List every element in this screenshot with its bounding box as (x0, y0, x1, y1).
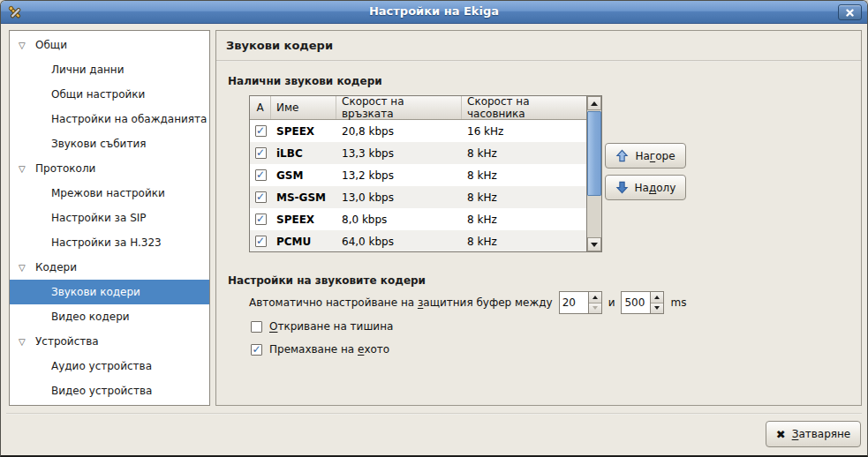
codec-bitrate: 20,8 kbps (336, 120, 462, 142)
up-arrow-icon (615, 149, 629, 162)
spin-up-icon (654, 296, 660, 299)
expander-icon[interactable] (19, 164, 34, 174)
jitter-max-spinbox (621, 291, 664, 314)
sidebar-item-sound-events[interactable]: Звукови събития (10, 131, 209, 156)
main-panel: Звукови кодери Налични звукови кодери А … (215, 30, 862, 406)
settings-tree: Общи Лични данни Общи настройки Настройк… (9, 30, 210, 406)
scrollbar-down-button[interactable] (587, 237, 601, 251)
codec-bitrate: 13,2 kbps (336, 164, 462, 186)
silence-detection-row: Откриване на тишина (251, 319, 393, 333)
scrollbar-up-button[interactable] (587, 96, 601, 110)
codec-bitrate: 13,0 kbps (336, 186, 462, 208)
move-up-button[interactable]: Нагоре (605, 143, 686, 169)
spin-down-icon (593, 306, 598, 310)
jitter-buffer-row: Автоматично настройване на защитния буфе… (249, 290, 686, 315)
jitter-min-down-button[interactable] (589, 303, 601, 314)
codec-name: SPEEX (271, 120, 336, 142)
codec-clock: 8 kHz (462, 142, 586, 164)
jitter-min-up-button[interactable] (589, 292, 601, 303)
codec-enabled-checkbox[interactable] (255, 214, 267, 225)
down-arrow-icon (615, 181, 629, 194)
move-down-button[interactable]: Надолу (605, 175, 686, 200)
codec-clock: 8 kHz (462, 186, 586, 208)
close-icon: ✖ (776, 428, 786, 441)
col-name-header[interactable]: Име (271, 96, 336, 119)
title-separator (216, 60, 861, 62)
sidebar-item-video-devices[interactable]: Видео устройства (10, 378, 209, 403)
spin-up-icon (593, 296, 598, 299)
expander-icon[interactable] (19, 263, 34, 273)
codec-enabled-checkbox[interactable] (255, 169, 267, 181)
available-codecs-heading: Налични звукови кодери (228, 75, 382, 87)
sidebar-item-h323-settings[interactable]: Настройки за H.323 (10, 230, 209, 255)
table-header-row: А Име Скорост на връзката Скорост на час… (250, 96, 586, 120)
audio-settings-heading: Настройки на звуковите кодери (228, 274, 426, 287)
codec-enabled-checkbox[interactable] (255, 147, 267, 159)
echo-cancellation-label: Премахване на ехото (269, 343, 389, 356)
silence-detection-checkbox[interactable] (251, 321, 262, 333)
sidebar-item-general-settings[interactable]: Общи настройки (10, 82, 209, 107)
sidebar-item-audio-devices[interactable]: Аудио устройства (10, 354, 209, 378)
codec-enabled-checkbox[interactable] (255, 236, 267, 247)
table-row[interactable]: SPEEX 20,8 kbps 16 kHz (250, 120, 586, 142)
scrollbar-thumb[interactable] (587, 111, 601, 196)
jitter-max-input[interactable] (622, 292, 650, 313)
footer-separator (6, 413, 862, 415)
codec-name: PCMU (271, 230, 336, 251)
codec-clock: 16 kHz (462, 120, 586, 142)
jitter-max-up-button[interactable] (651, 292, 663, 303)
sidebar-item-general[interactable]: Общи (10, 33, 209, 57)
codec-enabled-checkbox[interactable] (255, 125, 267, 137)
sidebar-item-call-options[interactable]: Настройки на обажданията (10, 107, 209, 131)
codec-name: iLBC (271, 142, 336, 164)
codec-clock: 8 kHz (462, 164, 586, 186)
codec-bitrate: 8,0 kbps (336, 208, 462, 230)
close-x-icon (846, 9, 854, 17)
sidebar-item-protocols[interactable]: Протоколи (10, 156, 209, 181)
move-down-label: Надолу (635, 182, 676, 194)
table-row[interactable]: MS-GSM 13,0 kbps 8 kHz (250, 186, 586, 208)
table-row[interactable]: iLBC 13,3 kbps 8 kHz (250, 142, 586, 164)
silence-detection-label: Откриване на тишина (269, 320, 393, 333)
echo-cancellation-row: Премахване на ехото (251, 342, 389, 356)
sidebar-item-network-settings[interactable]: Мрежови настройки (10, 181, 209, 206)
col-bitrate-header[interactable]: Скорост на връзката (336, 96, 462, 119)
table-row[interactable]: GSM 13,2 kbps 8 kHz (250, 164, 586, 186)
expander-icon[interactable] (19, 41, 34, 50)
codec-enabled-checkbox[interactable] (255, 191, 267, 203)
jitter-max-down-button[interactable] (651, 303, 663, 314)
sidebar-item-codecs[interactable]: Кодери (10, 255, 209, 280)
titlebar[interactable]: Настройки на Ekiga (1, 1, 867, 24)
sidebar-item-audio-codecs[interactable]: Звукови кодери (10, 280, 209, 304)
codec-name: GSM (271, 164, 336, 186)
col-active-header[interactable]: А (250, 96, 271, 119)
up-arrow-icon (591, 101, 598, 106)
sidebar-item-sip-settings[interactable]: Настройки за SIP (10, 206, 209, 230)
down-arrow-icon (591, 243, 598, 247)
expander-icon[interactable] (19, 337, 34, 347)
table-scrollbar[interactable] (586, 96, 601, 251)
col-clock-header[interactable]: Скорост на часовника (462, 96, 586, 119)
move-up-label: Нагоре (635, 150, 675, 162)
codec-clock: 8 kHz (462, 208, 586, 230)
sidebar-item-personal-data[interactable]: Лични данни (10, 57, 209, 82)
close-button[interactable]: ✖ Затваряне (766, 421, 861, 447)
conjunction-label: и (608, 296, 615, 309)
sidebar-item-devices[interactable]: Устройства (10, 329, 209, 354)
codecs-table: А Име Скорост на връзката Скорост на час… (249, 95, 602, 252)
close-button-label: Затваряне (792, 428, 851, 440)
spin-down-icon (654, 306, 660, 310)
table-row[interactable]: SPEEX 8,0 kbps 8 kHz (250, 208, 586, 230)
table-row[interactable]: PCMU 64,0 kbps 8 kHz (250, 230, 586, 251)
jitter-min-input[interactable] (560, 292, 588, 313)
codec-bitrate: 64,0 kbps (336, 230, 462, 251)
codec-bitrate: 13,3 kbps (336, 142, 462, 164)
page-title: Звукови кодери (226, 39, 333, 52)
window-title: Настройки на Ekiga (1, 4, 867, 18)
jitter-min-spinbox (559, 291, 602, 314)
codec-clock: 8 kHz (462, 230, 586, 251)
titlebar-close-button[interactable] (838, 4, 862, 20)
sidebar-item-video-codecs[interactable]: Видео кодери (10, 304, 209, 329)
echo-cancellation-checkbox[interactable] (251, 344, 262, 356)
codec-name: MS-GSM (271, 186, 336, 208)
